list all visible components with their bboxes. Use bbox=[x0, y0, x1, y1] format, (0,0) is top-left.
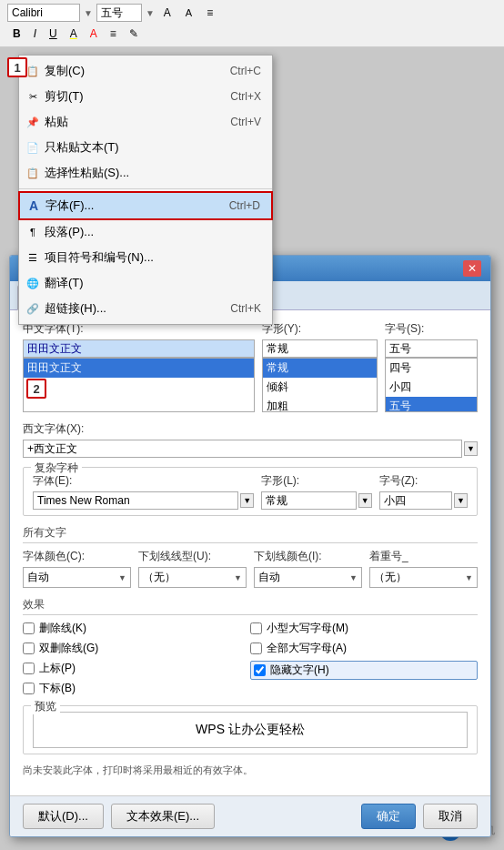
western-font-row: 西文字体(X): ▼ bbox=[23, 421, 478, 458]
western-font-input[interactable] bbox=[23, 440, 462, 458]
font-size-dropdown-icon[interactable]: ▼ bbox=[146, 8, 155, 18]
small-caps-row: 小型大写字母(M) bbox=[250, 621, 478, 636]
subscript-row: 下标(B) bbox=[23, 681, 250, 696]
complex-size-input[interactable] bbox=[379, 491, 452, 510]
align-button[interactable]: ≡ bbox=[105, 25, 122, 43]
underline-style-arrow: ▼ bbox=[234, 573, 242, 582]
underline-button[interactable]: U bbox=[44, 25, 63, 43]
western-font-dropdown[interactable]: ▼ bbox=[464, 441, 478, 456]
hidden-checkbox[interactable] bbox=[254, 664, 266, 676]
underline-style-select-field: 下划线线型(U): （无） ▼ bbox=[138, 549, 247, 588]
underline-style-label: 下划线线型(U): bbox=[138, 549, 247, 564]
western-font-field: 西文字体(X): ▼ bbox=[23, 421, 478, 458]
grow-font-button[interactable]: A bbox=[158, 4, 176, 22]
highlight-label: A bbox=[70, 27, 77, 40]
complex-font-dropdown[interactable]: ▼ bbox=[240, 493, 254, 508]
size-listbox[interactable]: 四号 小四 五号 bbox=[385, 358, 478, 412]
chinese-font-listbox[interactable]: 田田文正文 bbox=[23, 358, 255, 412]
underline-style-select[interactable]: （无） ▼ bbox=[138, 567, 247, 588]
font-name-dropdown-icon[interactable]: ▼ bbox=[84, 8, 93, 18]
menu-item-cut[interactable]: ✂ 剪切(T) Ctrl+X bbox=[19, 84, 272, 109]
font-dialog: W 字体 ✕ 字体(N) 字符间距(R) 中文字体(T): 田田文正文 字形(Y… bbox=[9, 255, 491, 837]
dialog-close-button[interactable]: ✕ bbox=[463, 260, 481, 277]
menu-item-translate[interactable]: 🌐 翻译(T) bbox=[19, 270, 272, 296]
emphasis-arrow: ▼ bbox=[465, 573, 473, 582]
menu-item-bullets[interactable]: ☰ 项目符号和编号(N)... bbox=[19, 245, 272, 270]
toolbar-row-font: ▼ ▼ A A ≡ bbox=[7, 4, 497, 22]
double-strikethrough-label: 双删除线(G) bbox=[39, 641, 98, 656]
listbox-size-4[interactable]: 四号 bbox=[386, 359, 477, 378]
menu-item-paste[interactable]: 📌 粘贴 Ctrl+V bbox=[19, 109, 272, 135]
effects-label: 效果 bbox=[23, 597, 478, 615]
translate-icon: 🌐 bbox=[25, 275, 41, 291]
ok-button[interactable]: 确定 bbox=[361, 804, 416, 829]
effects-section-wrapper: 效果 删除线(K) 双删除线(G) 上标(P) bbox=[23, 597, 478, 696]
menu-translate-label: 翻译(T) bbox=[45, 275, 261, 291]
hyperlink-icon: 🔗 bbox=[25, 300, 41, 317]
style-listbox[interactable]: 常规 倾斜 加粗 bbox=[262, 358, 378, 412]
menu-font-shortcut: Ctrl+D bbox=[229, 199, 260, 212]
cancel-button[interactable]: 取消 bbox=[423, 804, 478, 829]
listbox-style-regular[interactable]: 常规 bbox=[263, 359, 377, 378]
font-name-input[interactable] bbox=[7, 4, 80, 22]
effects-section: 删除线(K) 双删除线(G) 上标(P) 下标(B) bbox=[23, 621, 478, 696]
font-note: 尚未安装此字体，打印时将采用最相近的有效字体。 bbox=[23, 764, 478, 777]
hidden-label: 隐藏文字(H) bbox=[270, 663, 329, 678]
underline-color-select[interactable]: 自动 ▼ bbox=[254, 567, 362, 588]
complex-size-field: 字号(Z): ▼ bbox=[379, 473, 468, 510]
complex-size-dropdown[interactable]: ▼ bbox=[454, 493, 468, 508]
emphasis-select-field: 着重号_ （无） ▼ bbox=[369, 549, 478, 588]
hidden-row: 3 隐藏文字(H) bbox=[250, 661, 478, 680]
font-color-select[interactable]: 自动 ▼ bbox=[23, 567, 131, 588]
listbox-style-bold[interactable]: 加粗 bbox=[263, 397, 377, 412]
double-strikethrough-checkbox[interactable] bbox=[23, 643, 35, 654]
font-color-value: 自动 bbox=[27, 570, 49, 585]
more-format-button[interactable]: ✎ bbox=[124, 25, 144, 43]
menu-item-copy[interactable]: 📋 复制(C) Ctrl+C bbox=[19, 58, 272, 84]
subscript-label: 下标(B) bbox=[39, 681, 76, 696]
strikethrough-checkbox[interactable] bbox=[23, 622, 35, 634]
font-color-button[interactable]: A bbox=[85, 25, 103, 43]
size-input[interactable] bbox=[385, 339, 478, 358]
bold-button[interactable]: B bbox=[7, 25, 26, 43]
highlight-button[interactable]: A bbox=[65, 25, 83, 43]
complex-style-dropdown[interactable]: ▼ bbox=[358, 493, 372, 508]
menu-item-font[interactable]: A 字体(F)... Ctrl+D bbox=[19, 192, 272, 219]
complex-font-input[interactable] bbox=[33, 491, 238, 510]
small-caps-label: 小型大写字母(M) bbox=[267, 621, 348, 636]
toolbar-row-format: B I U A A ≡ ✎ bbox=[7, 25, 497, 43]
menu-item-paste-special[interactable]: 📋 选择性粘贴(S)... bbox=[19, 160, 272, 186]
default-button[interactable]: 默认(D)... bbox=[23, 804, 104, 829]
superscript-row: 上标(P) bbox=[23, 661, 250, 676]
menu-item-paragraph[interactable]: ¶ 段落(P)... bbox=[19, 219, 272, 245]
all-text-section: 所有文字 字体颜色(C): 自动 ▼ 下划线线型(U): （无） ▼ bbox=[23, 525, 478, 588]
chinese-font-field: 中文字体(T): 田田文正文 bbox=[23, 321, 255, 412]
listbox-style-italic[interactable]: 倾斜 bbox=[263, 378, 377, 397]
font-size-input[interactable] bbox=[96, 4, 142, 22]
italic-button[interactable]: I bbox=[28, 25, 42, 43]
text-effect-button[interactable]: 文本效果(E)... bbox=[111, 804, 215, 829]
indent-button[interactable]: ≡ bbox=[201, 4, 218, 22]
all-caps-checkbox[interactable] bbox=[250, 643, 262, 654]
emphasis-select[interactable]: （无） ▼ bbox=[369, 567, 478, 588]
all-caps-label: 全部大写字母(A) bbox=[267, 641, 347, 656]
chinese-font-input[interactable] bbox=[23, 339, 255, 358]
superscript-checkbox[interactable] bbox=[23, 663, 35, 674]
paste-icon: 📌 bbox=[25, 114, 41, 130]
double-strikethrough-row: 双删除线(G) bbox=[23, 641, 250, 656]
menu-item-hyperlink[interactable]: 🔗 超链接(H)... Ctrl+K bbox=[19, 296, 272, 321]
small-caps-checkbox[interactable] bbox=[250, 622, 262, 634]
shrink-font-button[interactable]: A bbox=[180, 5, 197, 21]
subscript-checkbox[interactable] bbox=[23, 683, 35, 694]
menu-item-paste-text[interactable]: 📄 只粘贴文本(T) bbox=[19, 135, 272, 160]
style-input[interactable] bbox=[262, 339, 378, 358]
listbox-size-5[interactable]: 五号 bbox=[386, 397, 477, 412]
complex-style-input[interactable] bbox=[261, 491, 357, 510]
strikethrough-row: 删除线(K) bbox=[23, 621, 250, 636]
size-field: 字号(S): 四号 小四 五号 bbox=[385, 321, 478, 412]
listbox-size-xiaosi[interactable]: 小四 bbox=[386, 378, 477, 397]
listbox-item-chinese-1[interactable]: 田田文正文 bbox=[24, 359, 254, 378]
menu-hyperlink-shortcut: Ctrl+K bbox=[230, 302, 261, 315]
effects-col-2: 小型大写字母(M) 全部大写字母(A) 3 隐藏文字(H) bbox=[250, 621, 478, 696]
menu-font-label: 字体(F)... bbox=[45, 197, 229, 214]
